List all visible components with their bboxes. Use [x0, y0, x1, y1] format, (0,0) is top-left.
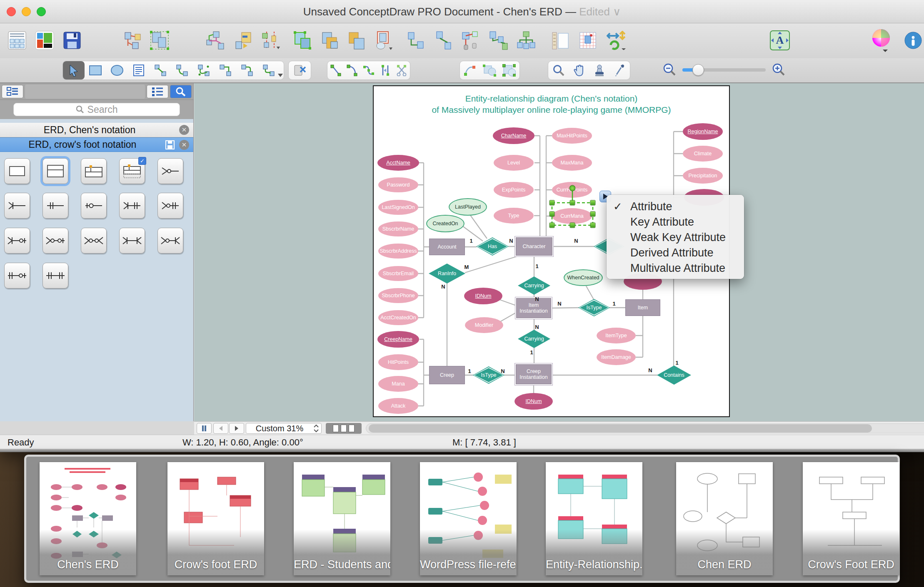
- next-page-button[interactable]: [229, 423, 244, 434]
- distribute-shapes-icon[interactable]: [258, 27, 282, 54]
- shape-crow-one-to-one[interactable]: [42, 263, 68, 289]
- page-thumbnails-button[interactable]: [326, 423, 362, 434]
- shape-crow-one-one-many[interactable]: [119, 228, 145, 254]
- attribute-hitpoints[interactable]: HitPoints: [378, 354, 418, 370]
- previous-page-button[interactable]: [213, 423, 228, 434]
- select-tool[interactable]: [63, 61, 85, 80]
- attribute-itemdamage[interactable]: ItemDamage: [597, 349, 636, 365]
- list-view-button[interactable]: [147, 85, 168, 98]
- zoom-slider[interactable]: [682, 68, 766, 72]
- resize-handle[interactable]: [590, 223, 596, 228]
- relationship-contains[interactable]: Contains: [657, 366, 691, 385]
- template-thumbnail-wordpress[interactable]: WordPress file-refe...: [420, 462, 517, 575]
- attribute-maxhitpoints[interactable]: MaxHitPoints: [552, 128, 592, 144]
- chain-shapes-icon[interactable]: [203, 27, 227, 54]
- shape-entity-with-rows[interactable]: [42, 158, 68, 184]
- attribute-mana[interactable]: Mana: [378, 376, 418, 392]
- scrollbar-thumb[interactable]: [369, 424, 872, 433]
- connector-curve-tool[interactable]: [171, 61, 193, 80]
- library-tree-button[interactable]: [2, 85, 23, 98]
- attribute-precipitation[interactable]: Precipitation: [683, 168, 723, 184]
- menu-item-weak-key-attribute[interactable]: Weak Key Attribute: [607, 230, 744, 245]
- zoom-level-select[interactable]: Custom 31%: [246, 423, 322, 434]
- text-tool[interactable]: [128, 61, 150, 80]
- connector-elbow-icon[interactable]: [404, 27, 428, 54]
- rectangle-tool[interactable]: [85, 61, 106, 80]
- relationship-raninfo[interactable]: RanInfo: [429, 264, 465, 284]
- reshape-tool[interactable]: [460, 61, 479, 80]
- shape-order-icon[interactable]: [344, 27, 368, 54]
- template-thumbnail-entity-relationship[interactable]: Entity-Relationship...: [546, 462, 642, 575]
- attribute-attack[interactable]: Attack: [378, 398, 418, 414]
- attribute-sbscrbraddress[interactable]: SbscrbrAddress: [378, 244, 418, 259]
- shape-crow-one-and-one[interactable]: [119, 193, 145, 219]
- save-icon[interactable]: [60, 27, 84, 54]
- shape-crow-one-zero-one[interactable]: [4, 263, 30, 289]
- grid-page-icon[interactable]: [576, 27, 600, 54]
- entity-creep[interactable]: Creep: [429, 366, 465, 384]
- relationship-istype-item[interactable]: IsType: [578, 299, 610, 316]
- color-theme-icon[interactable]: [32, 27, 57, 54]
- ellipse-tool[interactable]: [106, 61, 128, 80]
- bezier-tool[interactable]: [360, 61, 377, 80]
- bring-forward-icon[interactable]: [291, 27, 315, 54]
- attribute-acctname[interactable]: AcctName: [377, 155, 419, 171]
- attribute-password[interactable]: Password: [378, 177, 418, 192]
- menu-item-attribute[interactable]: ✓Attribute: [607, 199, 744, 214]
- send-backward-icon[interactable]: [317, 27, 342, 54]
- zoom-in-icon[interactable]: [772, 62, 786, 77]
- stepper-icon[interactable]: [313, 424, 320, 433]
- relationship-has[interactable]: Has: [476, 237, 509, 256]
- zoom-out-icon[interactable]: [662, 62, 677, 77]
- fit-text-icon[interactable]: A: [768, 27, 792, 54]
- attribute-acctcreatedon[interactable]: AcctCreatedOn: [378, 310, 418, 325]
- attribute-whencreated[interactable]: WhenCreated: [564, 269, 603, 286]
- shape-entity[interactable]: [4, 158, 30, 184]
- entity-character[interactable]: Character: [516, 237, 552, 256]
- resize-handle[interactable]: [570, 223, 575, 228]
- shape-crow-many-one-many[interactable]: [157, 228, 183, 254]
- combine-shapes-tool[interactable]: [479, 61, 499, 80]
- search-view-button[interactable]: [170, 85, 192, 98]
- library-item-chens-notation[interactable]: ERD, Chen's notation ✕: [0, 123, 193, 137]
- arc-tool[interactable]: [344, 61, 361, 80]
- attribute-type[interactable]: Type: [494, 208, 534, 224]
- shape-entity-key-column[interactable]: [81, 158, 107, 184]
- scissors-tool[interactable]: [393, 61, 410, 80]
- attribute-creepname[interactable]: CreepName: [377, 331, 419, 348]
- ruler-page-icon[interactable]: [548, 27, 572, 54]
- menu-item-derived-attribute[interactable]: Derived Attribute: [607, 245, 744, 261]
- pause-pages-button[interactable]: [197, 423, 212, 434]
- attribute-regionname[interactable]: RegionName: [683, 123, 723, 140]
- zoom-tool[interactable]: [548, 61, 569, 80]
- attribute-charname[interactable]: CharName: [493, 127, 534, 144]
- connector-dropdown-caret[interactable]: [278, 74, 283, 77]
- resize-handle[interactable]: [549, 200, 555, 206]
- zoom-slider-thumb[interactable]: [692, 64, 704, 76]
- eyedropper-tool[interactable]: [609, 61, 630, 80]
- split-tool[interactable]: [377, 61, 394, 80]
- entity-item-instantiation[interactable]: Item Instantiation: [516, 298, 551, 318]
- resize-handle[interactable]: [590, 200, 596, 206]
- fit-frame-icon[interactable]: [372, 27, 396, 54]
- shape-crow-one-zero-opt[interactable]: [4, 228, 30, 254]
- entity-creep-instantiation[interactable]: Creep Instantiation: [516, 364, 552, 384]
- link-shapes-icon[interactable]: [121, 27, 145, 54]
- chevron-down-icon[interactable]: ∨: [613, 5, 621, 18]
- pan-tool[interactable]: [569, 61, 589, 80]
- attribute-level[interactable]: Level: [494, 155, 534, 171]
- group-shapes-tool[interactable]: [499, 61, 519, 80]
- rotation-handle[interactable]: [569, 185, 576, 192]
- pages-panel-icon[interactable]: [5, 27, 29, 54]
- attribute-sbscrbrname[interactable]: SbscrbrName: [378, 221, 418, 236]
- connector-round-tool[interactable]: [236, 61, 258, 80]
- entity-item[interactable]: Item: [625, 299, 660, 316]
- shape-crow-zero-one[interactable]: [81, 193, 107, 219]
- attribute-createdon[interactable]: CreatedOn: [426, 215, 464, 232]
- resize-handle[interactable]: [590, 211, 596, 217]
- color-wheel-icon[interactable]: [870, 27, 894, 54]
- tree-connect-icon[interactable]: [487, 27, 511, 54]
- horizontal-scrollbar[interactable]: [366, 423, 924, 433]
- attribute-climate[interactable]: Climate: [683, 146, 723, 162]
- relationship-istype-creep[interactable]: IsType: [473, 366, 504, 384]
